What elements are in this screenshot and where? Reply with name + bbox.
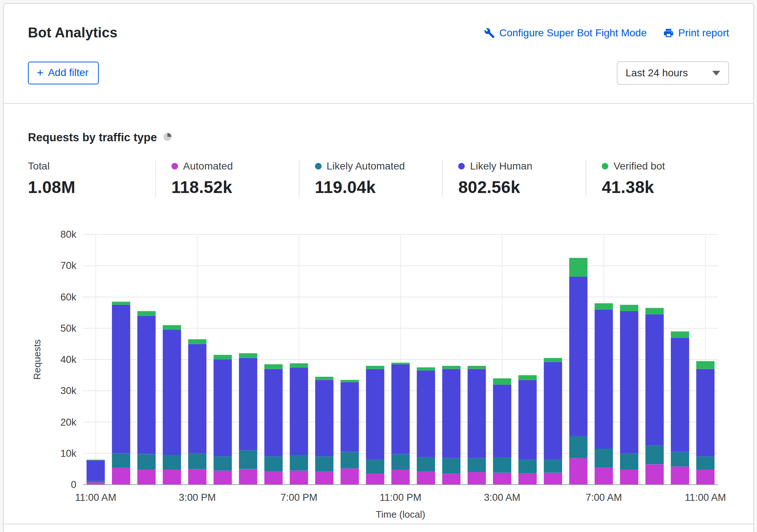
header-links: Configure Super Bot Fight Mode Print rep…	[484, 27, 729, 39]
time-range-value: Last 24 hours	[626, 67, 688, 79]
stat-verified-bot-label: Verified bot	[613, 160, 665, 172]
traffic-type-stats-row: Total 1.08M Automated 118.52k Likely Aut…	[28, 160, 729, 197]
configure-link-label: Configure Super Bot Fight Mode	[499, 27, 647, 39]
section-heading: Requests by traffic type	[28, 131, 157, 144]
printer-icon	[663, 28, 674, 39]
stat-likely-automated-label: Likely Automated	[327, 160, 405, 172]
wrench-icon	[484, 28, 495, 39]
add-filter-label: Add filter	[48, 67, 89, 79]
stat-total: Total 1.08M	[28, 160, 155, 197]
svg-text:11:00 PM: 11:00 PM	[380, 492, 421, 503]
filter-row: + Add filter Last 24 hours	[28, 61, 729, 85]
stat-likely-human-label: Likely Human	[470, 160, 532, 172]
stat-likely-automated-value: 119.04k	[315, 177, 442, 197]
svg-text:40k: 40k	[60, 354, 76, 365]
svg-text:7:00 AM: 7:00 AM	[586, 492, 622, 503]
stat-automated-label: Automated	[183, 160, 233, 172]
requests-stacked-bar-chart: 010k20k30k40k50k60k70k80k11:00 AM3:00 PM…	[28, 214, 729, 521]
stat-automated[interactable]: Automated 118.52k	[155, 160, 299, 197]
svg-text:30k: 30k	[60, 385, 76, 396]
svg-text:11:00 AM: 11:00 AM	[75, 492, 116, 503]
stat-total-value: 1.08M	[28, 177, 155, 197]
stat-verified-bot-value: 41.38k	[602, 177, 729, 197]
svg-text:0: 0	[71, 479, 76, 490]
likely-automated-legend-dot	[315, 163, 322, 170]
svg-text:20k: 20k	[60, 417, 76, 428]
chevron-down-icon	[712, 71, 720, 76]
time-range-dropdown[interactable]: Last 24 hours	[617, 61, 729, 85]
svg-text:70k: 70k	[60, 260, 76, 271]
section-heading-row: Requests by traffic type	[28, 131, 729, 144]
chart-canvas[interactable]: 010k20k30k40k50k60k70k80k11:00 AM3:00 PM…	[28, 214, 725, 521]
svg-text:Requests: Requests	[32, 339, 43, 380]
configure-super-bot-fight-mode-link[interactable]: Configure Super Bot Fight Mode	[484, 27, 647, 39]
print-link-label: Print report	[678, 27, 729, 39]
plus-icon: +	[37, 69, 44, 77]
bot-analytics-card: Bot Analytics Configure Super Bot Fight …	[3, 3, 754, 532]
svg-text:11:00 AM: 11:00 AM	[685, 492, 725, 503]
stat-automated-value: 118.52k	[171, 177, 299, 197]
svg-text:3:00 AM: 3:00 AM	[484, 492, 520, 503]
automated-legend-dot	[171, 163, 178, 170]
stat-verified-bot[interactable]: Verified bot 41.38k	[586, 160, 729, 197]
section-bottom-divider	[4, 524, 753, 524]
print-report-link[interactable]: Print report	[663, 27, 729, 39]
svg-text:3:00 PM: 3:00 PM	[179, 492, 216, 503]
svg-text:50k: 50k	[60, 323, 76, 334]
stat-likely-human[interactable]: Likely Human 802.56k	[442, 160, 586, 197]
likely-human-legend-dot	[458, 163, 465, 170]
svg-text:7:00 PM: 7:00 PM	[280, 492, 318, 503]
header-divider	[4, 103, 753, 104]
svg-text:Time (local): Time (local)	[376, 509, 425, 520]
stat-total-label: Total	[28, 160, 50, 172]
pie-chart-icon	[163, 132, 172, 143]
add-filter-button[interactable]: + Add filter	[28, 62, 99, 84]
svg-text:60k: 60k	[60, 292, 76, 303]
stat-likely-human-value: 802.56k	[458, 177, 586, 197]
stat-likely-automated[interactable]: Likely Automated 119.04k	[299, 160, 442, 197]
svg-text:10k: 10k	[60, 448, 76, 459]
header-row: Bot Analytics Configure Super Bot Fight …	[28, 4, 729, 41]
verified-bot-legend-dot	[602, 163, 608, 170]
page-title: Bot Analytics	[28, 25, 117, 41]
svg-text:80k: 80k	[60, 229, 76, 240]
